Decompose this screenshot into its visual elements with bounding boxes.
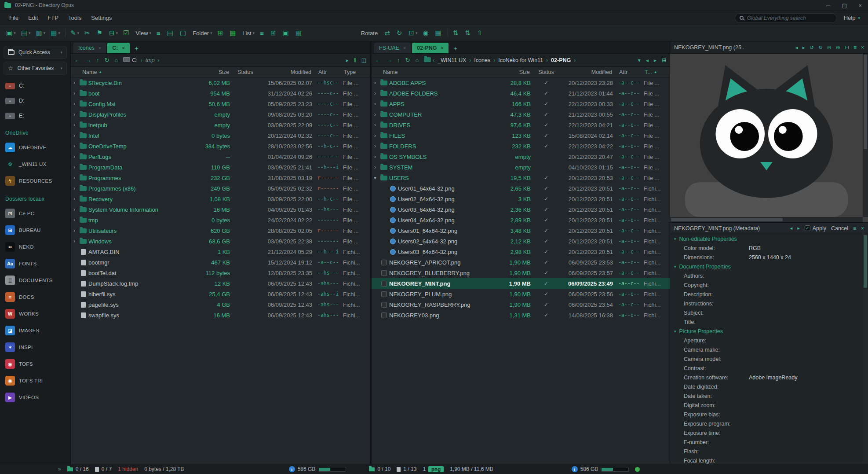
bureau[interactable]: ⊞ BUREAU — [0, 222, 70, 239]
up-icon[interactable]: ↑ — [96, 57, 99, 63]
toolbar-separator[interactable] — [448, 29, 448, 37]
table-row[interactable]: › $Recycle.Bin 6,02 MB 15/06/2025 02:07 … — [71, 77, 370, 88]
forward-icon[interactable]: → — [85, 57, 91, 63]
home-icon[interactable]: ⌂ — [415, 57, 419, 63]
ce-pc[interactable]: ⊡ Ce PC — [0, 205, 70, 222]
metadata-row[interactable]: Exposure time: — [670, 428, 868, 437]
tab-close-icon[interactable]: × — [98, 45, 101, 51]
expand-arrow-icon[interactable]: › — [71, 122, 78, 128]
table-row[interactable]: › APPS 166 KB ✓ 22/12/2023 00:33 -a--c--… — [372, 99, 670, 109]
maximize-button[interactable]: ▢ — [842, 2, 847, 9]
dropdown-icon[interactable]: ▾ — [638, 57, 641, 63]
breadcrumb-segment[interactable]: › — [469, 57, 471, 63]
breadcrumb-segment[interactable]: › — [546, 57, 548, 63]
expand-arrow-icon[interactable]: › — [71, 196, 78, 202]
expand-arrow-icon[interactable]: › — [372, 154, 379, 160]
metadata-row[interactable]: Camera make: — [670, 345, 868, 354]
images[interactable]: ◪ IMAGES — [0, 322, 70, 339]
table-row[interactable]: bootTel.dat 112 bytes 12/08/2025 23:35 -… — [71, 268, 370, 278]
table-row[interactable]: › FOLDERS 232 KB ✓ 22/12/2023 04:22 -a--… — [372, 141, 670, 151]
breadcrumb-segment[interactable]: IcoNeko for Win11 — [498, 57, 543, 63]
new-tab-button[interactable]: + — [131, 43, 142, 53]
tab[interactable]: FS-UAE × — [374, 43, 411, 53]
expand-arrow-icon[interactable]: › — [71, 175, 78, 181]
table-row[interactable]: › OneDriveTemp 384 bytes 28/10/2023 02:5… — [71, 141, 370, 151]
metadata-row[interactable]: Digital zoom: — [670, 401, 868, 410]
table-row[interactable]: › Recovery 1,08 KB 03/09/2025 22:00 --h-… — [71, 194, 370, 204]
table-row[interactable]: › SYSTEM empty 04/10/2023 01:15 -a--c-- … — [372, 162, 670, 173]
expand-arrow-icon[interactable]: › — [372, 90, 379, 96]
breadcrumb-segment[interactable]: Icones — [474, 57, 490, 63]
works[interactable]: W WORKS — [0, 305, 70, 322]
back-icon[interactable]: ← — [375, 57, 381, 63]
apply-button[interactable]: ✓ Apply — [805, 225, 826, 231]
win11-ux[interactable]: ⚙ _WIN11 UX — [0, 156, 70, 173]
slideshow-icon[interactable]: ▸ — [346, 57, 349, 63]
metadata-value[interactable]: 2560 x 1440 x 24 — [749, 254, 791, 261]
metadata-row[interactable]: Aperture: — [670, 336, 868, 345]
list-details-button[interactable]: ≡ — [257, 27, 268, 39]
table-row[interactable]: AMTAG.BIN 1 KB 21/12/2024 05:29 --h---i … — [71, 246, 370, 257]
cut-button[interactable]: ✂ — [82, 27, 94, 39]
table-row[interactable]: › Programmes (x86) 249 GB 05/09/2025 02:… — [71, 183, 370, 194]
refresh-icon[interactable]: ↻ — [105, 57, 109, 63]
pause-icon[interactable]: ‖ — [354, 57, 356, 63]
metadata-row[interactable]: Exposure bias: — [670, 410, 868, 419]
table-row[interactable]: User03_64x64-32.png 2,36 KB ✓ 20/12/2023… — [372, 204, 670, 215]
flag-button[interactable]: ⚑ — [94, 27, 106, 39]
paste-button[interactable]: ▥ ▾ — [33, 27, 48, 39]
column-header[interactable]: Type — [341, 69, 370, 75]
sort-descending-button[interactable]: ⇅ — [462, 27, 474, 39]
table-row[interactable]: › ADOBE FOLDERS 46,4 KB ✓ 21/12/2023 01:… — [372, 88, 670, 99]
table-row[interactable]: › boot 954 MB 31/12/2024 02:26 ----c-- F… — [71, 88, 370, 99]
table-row[interactable]: NEKOGREY_APRICOT.png 1,90 MB ✓ 06/09/202… — [372, 257, 670, 268]
refresh-icon[interactable]: ↻ — [405, 57, 410, 63]
metadata-value[interactable]: RGB — [749, 245, 761, 251]
expand-arrow-icon[interactable]: › — [71, 111, 78, 118]
menu-item[interactable]: FTP — [43, 12, 63, 23]
split-button[interactable]: ⊟ ▾ — [106, 27, 120, 39]
table-row[interactable]: › ProgramData 110 GB 03/09/2025 21:41 --… — [71, 162, 370, 173]
chevron-down-icon[interactable]: ▾ — [674, 329, 676, 334]
tofs[interactable]: ◉ TOFS — [0, 356, 70, 372]
tiles-view-button[interactable]: ▤ — [164, 27, 177, 39]
tab-close-icon[interactable]: × — [403, 45, 406, 51]
expand-arrow-icon[interactable]: › — [372, 80, 379, 86]
viewer-close-icon[interactable]: × — [861, 44, 864, 51]
back-icon[interactable]: ← — [74, 57, 80, 63]
chevron-down-icon[interactable]: ▾ — [674, 237, 676, 241]
table-row[interactable]: › Config.Msi 50,6 MB 05/09/2025 23:23 --… — [71, 99, 370, 109]
table-row[interactable]: › OS SYMBOLS empty 20/12/2023 20:47 -a--… — [372, 151, 670, 162]
prev-image-icon[interactable]: ◂ — [795, 44, 798, 51]
column-header[interactable]: Size — [490, 69, 533, 75]
folder-menu[interactable]: Folder ▾ — [190, 27, 215, 39]
documents[interactable]: ≣ DOCUMENTS — [0, 272, 70, 289]
breadcrumb-segment[interactable]: ‹ — [433, 57, 434, 63]
dual-display-icon[interactable]: ◫ — [361, 57, 366, 63]
metadata-row[interactable]: Camera model: — [670, 354, 868, 364]
metadata-row[interactable]: Dimensions: 2560 x 1440 x 24 — [670, 253, 868, 262]
breadcrumb-segment[interactable]: › — [574, 57, 576, 63]
expand-arrow-icon[interactable]: › — [71, 206, 78, 213]
toolbar-spacer[interactable] — [306, 27, 358, 39]
table-row[interactable]: User02_64x64-32.png 3 KB ✓ 20/12/2023 20… — [372, 194, 670, 204]
tab[interactable]: Icones × — [73, 43, 106, 53]
forward-icon[interactable]: → — [386, 57, 392, 63]
metadata-row[interactable]: Color model: RGB — [670, 243, 868, 253]
expand-arrow-icon[interactable]: › — [71, 228, 78, 234]
menu-item[interactable]: Settings — [86, 12, 117, 23]
column-header[interactable]: Modified — [561, 69, 616, 75]
apply-checkbox[interactable]: ✓ — [805, 225, 810, 231]
metadata-row[interactable]: Focal length: — [670, 456, 868, 464]
metadata-menu-icon[interactable]: ≡ — [853, 225, 856, 231]
table-row[interactable]: ▾ USERS 19,5 KB ✓ 20/12/2023 20:53 -a--c… — [372, 173, 670, 183]
neko[interactable]: •• NEKO — [0, 239, 70, 255]
breadcrumb-segment[interactable]: › — [141, 57, 142, 63]
table-row[interactable]: › ADOBE APPS 28,8 KB ✓ 20/12/2023 23:28 … — [372, 77, 670, 88]
metadata-row[interactable]: Instructions: — [670, 299, 868, 308]
vertical-scrollbar[interactable] — [863, 54, 868, 217]
expand-arrow-icon[interactable]: › — [71, 101, 78, 107]
cancel-button[interactable]: Cancel — [831, 225, 848, 231]
section-local[interactable]: Dossiers locaux — [0, 193, 70, 205]
expand-arrow-icon[interactable]: › — [71, 185, 78, 191]
